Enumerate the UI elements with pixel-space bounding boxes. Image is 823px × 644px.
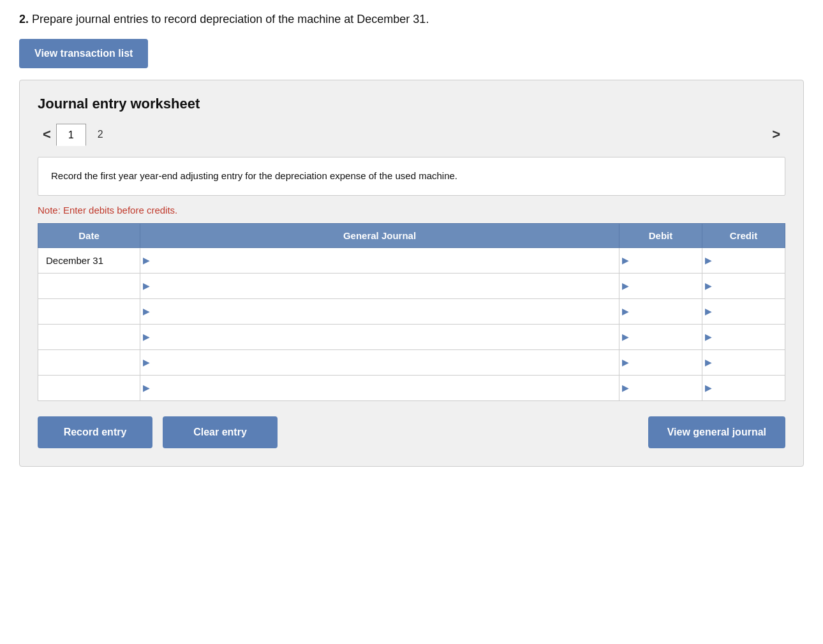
cell-general-journal-3[interactable]: ▶ <box>140 324 619 349</box>
header-general-journal: General Journal <box>140 223 619 247</box>
cell-debit-0[interactable]: ▶ <box>619 247 702 273</box>
nav-prev-button[interactable]: < <box>38 124 56 145</box>
table-row: ▶▶▶ <box>38 375 785 400</box>
input-general-journal-4[interactable] <box>151 350 619 375</box>
cell-debit-4[interactable]: ▶ <box>619 349 702 375</box>
nav-next-button[interactable]: > <box>767 124 785 145</box>
arrow-icon: ▶ <box>143 255 150 265</box>
input-debit-3[interactable] <box>630 325 702 349</box>
cell-credit-1[interactable]: ▶ <box>702 273 785 298</box>
question-number: 2. <box>19 13 29 26</box>
arrow-icon: ▶ <box>622 357 629 367</box>
input-general-journal-3[interactable] <box>151 325 619 349</box>
cell-credit-0[interactable]: ▶ <box>702 247 785 273</box>
arrow-icon: ▶ <box>143 306 150 316</box>
button-row: Record entry Clear entry View general jo… <box>38 416 785 448</box>
arrow-icon: ▶ <box>705 357 712 367</box>
cell-general-journal-1[interactable]: ▶ <box>140 273 619 298</box>
input-credit-3[interactable] <box>713 325 785 349</box>
input-general-journal-5[interactable] <box>151 376 619 400</box>
arrow-icon: ▶ <box>705 255 712 265</box>
cell-general-journal-5[interactable]: ▶ <box>140 375 619 400</box>
arrow-icon: ▶ <box>143 332 150 342</box>
input-credit-5[interactable] <box>713 376 785 400</box>
input-credit-2[interactable] <box>713 299 785 324</box>
arrow-icon: ▶ <box>143 357 150 367</box>
arrow-icon: ▶ <box>622 281 629 291</box>
input-debit-5[interactable] <box>630 376 702 400</box>
cell-general-journal-4[interactable]: ▶ <box>140 349 619 375</box>
cell-debit-3[interactable]: ▶ <box>619 324 702 349</box>
cell-credit-3[interactable]: ▶ <box>702 324 785 349</box>
arrow-icon: ▶ <box>705 281 712 291</box>
table-row: ▶▶▶ <box>38 349 785 375</box>
input-general-journal-2[interactable] <box>151 299 619 324</box>
clear-entry-button[interactable]: Clear entry <box>163 416 278 448</box>
record-entry-button[interactable]: Record entry <box>38 416 152 448</box>
cell-date-4 <box>38 349 140 375</box>
table-header-row: Date General Journal Debit Credit <box>38 223 785 247</box>
input-debit-2[interactable] <box>630 299 702 324</box>
input-general-journal-1[interactable] <box>151 274 619 298</box>
worksheet-title: Journal entry worksheet <box>38 96 785 112</box>
header-credit: Credit <box>702 223 785 247</box>
arrow-icon: ▶ <box>622 255 629 265</box>
input-debit-0[interactable] <box>630 248 702 273</box>
cell-general-journal-2[interactable]: ▶ <box>140 298 619 324</box>
cell-date-0: December 31 <box>38 247 140 273</box>
input-general-journal-0[interactable] <box>151 248 619 273</box>
table-row: ▶▶▶ <box>38 273 785 298</box>
cell-date-1 <box>38 273 140 298</box>
table-row: ▶▶▶ <box>38 324 785 349</box>
cell-credit-4[interactable]: ▶ <box>702 349 785 375</box>
cell-date-3 <box>38 324 140 349</box>
tab-1[interactable]: 1 <box>56 124 86 146</box>
view-general-journal-button[interactable]: View general journal <box>648 416 785 448</box>
question-text: Prepare journal entries to record deprec… <box>32 13 429 26</box>
cell-credit-5[interactable]: ▶ <box>702 375 785 400</box>
header-debit: Debit <box>619 223 702 247</box>
cell-general-journal-0[interactable]: ▶ <box>140 247 619 273</box>
note-text: Note: Enter debits before credits. <box>38 205 785 216</box>
instruction-box: Record the first year year-end adjusting… <box>38 157 785 196</box>
cell-debit-2[interactable]: ▶ <box>619 298 702 324</box>
cell-date-5 <box>38 375 140 400</box>
arrow-icon: ▶ <box>705 383 712 393</box>
arrow-icon: ▶ <box>705 332 712 342</box>
tab-2[interactable]: 2 <box>86 124 115 145</box>
arrow-icon: ▶ <box>622 383 629 393</box>
input-credit-0[interactable] <box>713 248 785 273</box>
cell-debit-5[interactable]: ▶ <box>619 375 702 400</box>
input-credit-4[interactable] <box>713 350 785 375</box>
cell-date-2 <box>38 298 140 324</box>
view-transaction-button[interactable]: View transaction list <box>19 39 148 68</box>
table-row: December 31▶▶▶ <box>38 247 785 273</box>
arrow-icon: ▶ <box>622 306 629 316</box>
input-credit-1[interactable] <box>713 274 785 298</box>
worksheet-container: Journal entry worksheet < 1 2 > Record t… <box>19 80 804 467</box>
header-date: Date <box>38 223 140 247</box>
arrow-icon: ▶ <box>622 332 629 342</box>
cell-debit-1[interactable]: ▶ <box>619 273 702 298</box>
tab-navigation: < 1 2 > <box>38 124 785 145</box>
input-debit-1[interactable] <box>630 274 702 298</box>
input-debit-4[interactable] <box>630 350 702 375</box>
question-title: 2. Prepare journal entries to record dep… <box>19 13 804 26</box>
arrow-icon: ▶ <box>143 383 150 393</box>
cell-credit-2[interactable]: ▶ <box>702 298 785 324</box>
arrow-icon: ▶ <box>705 306 712 316</box>
table-row: ▶▶▶ <box>38 298 785 324</box>
arrow-icon: ▶ <box>143 281 150 291</box>
instruction-text: Record the first year year-end adjusting… <box>51 170 457 181</box>
journal-table: Date General Journal Debit Credit Decemb… <box>38 223 785 401</box>
